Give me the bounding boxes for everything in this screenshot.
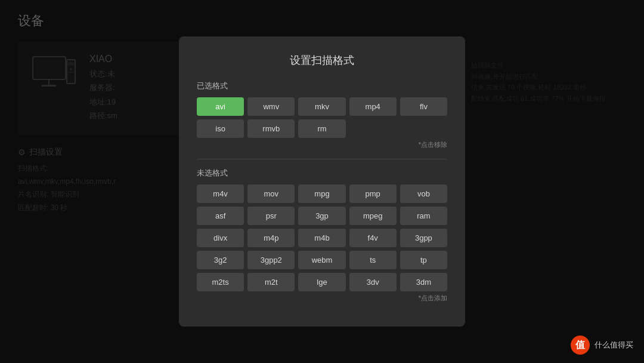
hint-remove: *点击移除 bbox=[197, 140, 447, 149]
dialog-title: 设置扫描格式 bbox=[197, 53, 447, 67]
format-cell-lge[interactable]: lge bbox=[298, 273, 345, 291]
format-cell-rmvb[interactable]: rmvb bbox=[247, 119, 295, 138]
format-cell-mp4[interactable]: mp4 bbox=[349, 97, 397, 116]
format-cell-pmp[interactable]: pmp bbox=[349, 184, 397, 203]
format-cell-f4v[interactable]: f4v bbox=[349, 229, 397, 247]
format-cell-avi[interactable]: avi bbox=[197, 97, 244, 116]
format-cell-mpeg[interactable]: mpeg bbox=[349, 207, 397, 225]
format-cell-asf[interactable]: asf bbox=[197, 207, 244, 225]
format-cell-3gpp[interactable]: 3gpp bbox=[400, 229, 447, 247]
format-cell-m2t[interactable]: m2t bbox=[247, 273, 295, 291]
format-cell-webm[interactable]: webm bbox=[298, 251, 345, 269]
format-cell-3g2[interactable]: 3g2 bbox=[197, 251, 244, 269]
format-cell-m4v[interactable]: m4v bbox=[197, 184, 244, 203]
unselected-label: 未选格式 bbox=[197, 168, 447, 179]
format-cell-mkv[interactable]: mkv bbox=[298, 97, 345, 116]
format-cell-wmv[interactable]: wmv bbox=[247, 97, 295, 116]
unselected-formats-grid: m4v mov mpg pmp vob asf psr 3gp mpeg ram… bbox=[197, 184, 447, 291]
selected-formats-grid: avi wmv mkv mp4 flv iso rmvb rm bbox=[197, 97, 447, 138]
format-cell-vob[interactable]: vob bbox=[400, 184, 447, 203]
format-cell-ram[interactable]: ram bbox=[400, 207, 447, 225]
hint-add: *点击添加 bbox=[197, 294, 447, 303]
format-cell-empty-1 bbox=[349, 119, 397, 138]
watermark: 值 什么值得买 bbox=[571, 336, 633, 355]
format-cell-m4p[interactable]: m4p bbox=[247, 229, 295, 247]
format-cell-mpg[interactable]: mpg bbox=[298, 184, 345, 203]
format-cell-flv[interactable]: flv bbox=[400, 97, 447, 116]
format-cell-rm[interactable]: rm bbox=[298, 119, 345, 138]
format-cell-3gpp2[interactable]: 3gpp2 bbox=[247, 251, 295, 269]
format-cell-3dm[interactable]: 3dm bbox=[400, 273, 447, 291]
selected-label: 已选格式 bbox=[197, 81, 447, 91]
format-cell-3dv[interactable]: 3dv bbox=[349, 273, 397, 291]
format-cell-m4b[interactable]: m4b bbox=[298, 229, 345, 247]
format-cell-mov[interactable]: mov bbox=[247, 184, 295, 203]
format-cell-3gp[interactable]: 3gp bbox=[298, 207, 345, 225]
format-cell-ts[interactable]: ts bbox=[349, 251, 397, 269]
watermark-text: 什么值得买 bbox=[595, 340, 633, 350]
format-cell-iso[interactable]: iso bbox=[197, 119, 244, 138]
format-cell-psr[interactable]: psr bbox=[247, 207, 295, 225]
dialog-divider bbox=[197, 159, 447, 159]
format-cell-divx[interactable]: divx bbox=[197, 229, 244, 247]
format-cell-m2ts[interactable]: m2ts bbox=[197, 273, 244, 291]
format-cell-tp[interactable]: tp bbox=[400, 251, 447, 269]
watermark-logo: 值 bbox=[571, 336, 590, 355]
format-dialog: 设置扫描格式 已选格式 avi wmv mkv mp4 flv iso rmvb… bbox=[179, 36, 465, 327]
format-cell-empty-2 bbox=[400, 119, 447, 138]
